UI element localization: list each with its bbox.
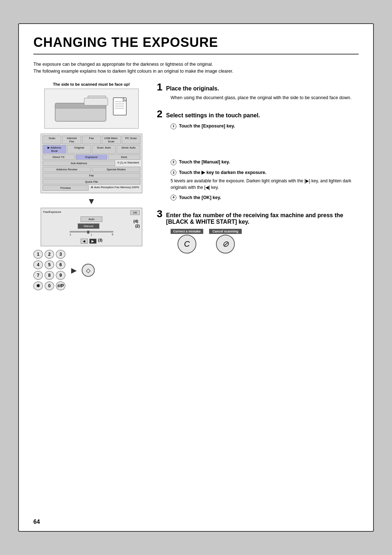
- svg-rect-3: [84, 98, 108, 105]
- key-hash: #/P: [56, 281, 65, 290]
- step-2-section: 2 Select settings in the touch panel. 1 …: [157, 109, 359, 201]
- sub-step-3: 3 Touch the ▶ key to darken the exposure…: [171, 169, 359, 191]
- label-5: 5: [112, 233, 113, 236]
- sub-step-2: 2 Touch the [Manual] key.: [171, 159, 359, 166]
- tp-direct-tx: Direct TX: [42, 154, 75, 160]
- sub-num-1: 1: [171, 123, 176, 129]
- sub-num-3: 3: [171, 170, 176, 175]
- step-1-number: 1: [157, 82, 163, 92]
- key-3: 3: [56, 250, 65, 259]
- tp-fax-memory: ⊕ Auto Reception Fax Memory:100%: [89, 185, 140, 191]
- correct-mistake-group: Correct a mistake C: [171, 229, 203, 254]
- cancel-scanning-group: Cancel scanning ⊘: [209, 229, 242, 254]
- sub-step-4: 4 Touch the [OK] key.: [171, 194, 359, 201]
- touch-panel-ui: Scan Internet Fax Fax USB Mem. Scan PC S…: [41, 134, 142, 193]
- start-button: ◇: [82, 264, 95, 277]
- correct-mistake-button[interactable]: C: [177, 235, 196, 254]
- tp-internet-fax: Internet Fax: [62, 135, 81, 144]
- keypad-grid: 1 2 3 4 5 6 7 8 9 ✱ 0 #/P: [33, 250, 66, 291]
- fax-exp-title: Fax/Exposure: [43, 210, 61, 215]
- label-4: (4): [134, 219, 138, 223]
- tp-address-review: Address Review: [42, 167, 91, 172]
- page: CHANGING THE EXPOSURE The exposure can b…: [18, 23, 374, 532]
- sub-step-3-title: 3 Touch the ▶ key to darken the exposure…: [171, 169, 359, 176]
- key-6: 6: [56, 260, 65, 269]
- label-1: 1: [70, 233, 71, 236]
- fax-exposure-panel: Fax/Exposure OK (4) Auto Manual (2) 1 |: [41, 208, 142, 246]
- scanner-label: The side to be scanned must be face up!: [33, 82, 150, 86]
- exp-slider-area: 1 | 5: [70, 231, 113, 236]
- scanner-diagram: [44, 89, 139, 129]
- key-5: 5: [45, 260, 54, 269]
- exp-slider-bar: [70, 231, 113, 232]
- intro-line1: The exposure can be changed as appropria…: [33, 61, 359, 68]
- keypad-section: 1 2 3 4 5 6 7 8 9 ✱ 0 #/P ▶ ◇: [33, 250, 150, 291]
- key-4: 4: [33, 260, 43, 269]
- cancel-scanning-button[interactable]: ⊘: [216, 235, 235, 254]
- exp-manual-btn: Manual: [78, 223, 99, 229]
- tp-quick-file: Quick File: [42, 179, 140, 185]
- tp-preview: Preview: [42, 185, 89, 191]
- main-layout: The side to be scanned must be face up!: [33, 82, 359, 291]
- action-buttons: Correct a mistake C Cancel scanning ⊘: [171, 229, 359, 254]
- tp-file: File: [42, 173, 140, 178]
- step-2-title: Select settings in the touch panel.: [166, 112, 260, 119]
- left-column: The side to be scanned must be face up!: [33, 82, 150, 291]
- fax-exp-header: Fax/Exposure OK: [43, 210, 140, 215]
- step-3-title: Enter the fax number of the receiving fa…: [166, 212, 359, 225]
- sub-step-1: 1 Touch the [Exposure] key.: [171, 123, 359, 130]
- arrow-down: ▼: [33, 196, 150, 206]
- slider-handle: [87, 231, 89, 234]
- step-1-title: Place the originals.: [166, 85, 219, 92]
- exp-arrow-right: ▶: [89, 239, 97, 244]
- page-number: 64: [33, 519, 40, 525]
- exp-arrow-left: ◀: [81, 239, 88, 244]
- tp-send: Send: Auto: [117, 145, 140, 154]
- tp-page-count: # (1) st Standard: [116, 161, 140, 166]
- intro-line2: The following example explains how to da…: [33, 68, 359, 75]
- right-column: 1 Place the originals. When using the do…: [157, 82, 359, 291]
- tp-pc-scan: PC Scan: [122, 135, 140, 144]
- keypad-arrow-right: ▶: [71, 266, 77, 275]
- intro-text: The exposure can be changed as appropria…: [33, 61, 359, 75]
- key-7: 7: [33, 271, 43, 280]
- sub-step-4-title: 4 Touch the [OK] key.: [171, 194, 359, 201]
- exp-arrows: ◀ ▶: [81, 239, 97, 244]
- tp-sub-address: Sub Address: [42, 161, 115, 166]
- cancel-scanning-label: Cancel scanning: [209, 229, 242, 234]
- page-title: CHANGING THE EXPOSURE: [33, 35, 359, 54]
- tp-usb: USB Mem. Scan: [102, 135, 121, 144]
- sub-step-1-title: 1 Touch the [Exposure] key.: [171, 123, 359, 130]
- step-1-section: 1 Place the originals. When using the do…: [157, 82, 359, 101]
- step-3-number: 3: [157, 209, 163, 219]
- sub-step-3-body: 5 levels are available for the exposure.…: [171, 178, 359, 191]
- exp-slider-labels: 1 | 5: [70, 233, 113, 236]
- exp-auto-btn: Auto: [81, 216, 102, 222]
- tp-exposure: Exposure: [75, 154, 108, 160]
- step-2-number: 2: [157, 109, 163, 119]
- tp-original: Original: [67, 145, 91, 154]
- correct-mistake-label: Correct a mistake: [171, 229, 203, 234]
- key-star: ✱: [33, 281, 43, 290]
- sub-num-4: 4: [171, 195, 176, 200]
- key-9: 9: [56, 271, 65, 280]
- step-2-header: 2 Select settings in the touch panel.: [157, 109, 359, 119]
- tp-dest: Dest.: [108, 154, 140, 160]
- key-8: 8: [45, 271, 54, 280]
- step-3-section: 3 Enter the fax number of the receiving …: [157, 209, 359, 254]
- scanner-svg: [52, 92, 131, 125]
- tp-special-modes: Special Modes: [92, 167, 140, 172]
- step-3-header: 3 Enter the fax number of the receiving …: [157, 209, 359, 225]
- sub-num-2: 2: [171, 159, 176, 165]
- label-2: (2): [135, 224, 140, 228]
- sub-step-2-title: 2 Touch the [Manual] key.: [171, 159, 359, 166]
- tp-fax: Fax: [82, 135, 101, 144]
- step-2-body: 1 Touch the [Exposure] key. 2 Touch the …: [157, 123, 359, 201]
- key-1: 1: [33, 250, 43, 259]
- key-0: 0: [45, 281, 54, 290]
- tp-address-book: ▶ Address Book: [42, 145, 66, 154]
- key-2: 2: [45, 250, 54, 259]
- step-1-header: 1 Place the originals.: [157, 82, 359, 92]
- tp-scan2: Scan: Auto: [92, 145, 116, 154]
- label-mid: |: [91, 233, 92, 236]
